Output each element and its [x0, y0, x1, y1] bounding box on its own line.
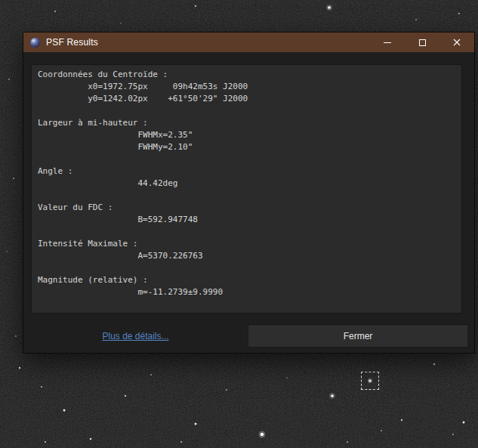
psf-report-text: Coordonnées du Centroïde : x0=1972.75px … [32, 65, 461, 314]
psf-report-textview[interactable]: Coordonnées du Centroïde : x0=1972.75px … [31, 64, 462, 314]
selection-marquee[interactable] [361, 372, 379, 390]
dialog-body: Coordonnées du Centroïde : x0=1972.75px … [23, 52, 474, 353]
details-link-area: Plus de détails... [23, 331, 248, 341]
close-icon [453, 39, 461, 46]
window-title: PSF Results [46, 37, 98, 48]
close-button[interactable] [439, 32, 474, 52]
siril-image-canvas[interactable]: PSF Results Coordonnées du Centroïde : [0, 0, 478, 448]
close-dialog-button[interactable]: Fermer [248, 325, 468, 348]
maximize-button[interactable] [405, 32, 439, 52]
minimize-icon [384, 42, 391, 43]
titlebar[interactable]: PSF Results [23, 32, 474, 52]
maximize-icon [419, 39, 426, 46]
dialog-action-area: Plus de détails... Fermer [23, 312, 474, 353]
window-controls [370, 32, 474, 52]
minimize-button[interactable] [370, 32, 405, 52]
psf-results-window: PSF Results Coordonnées du Centroïde : [23, 32, 475, 354]
details-link[interactable]: Plus de détails... [102, 331, 168, 341]
siril-app-icon [29, 37, 41, 48]
